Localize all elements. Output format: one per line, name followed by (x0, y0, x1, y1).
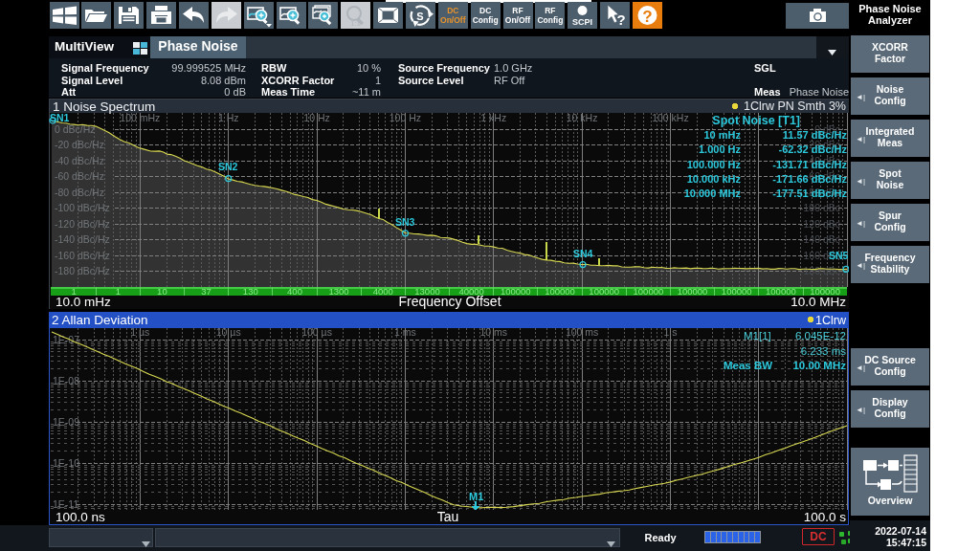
svg-text:-131.71 dBc/Hz: -131.71 dBc/Hz (772, 159, 847, 170)
svg-text:4000: 4000 (373, 286, 393, 297)
svg-text:SCPI: SCPI (572, 17, 592, 27)
svg-text:37: 37 (201, 286, 212, 297)
svg-text:130: 130 (243, 286, 258, 297)
svg-text:1 s: 1 s (663, 326, 677, 338)
svg-text:Meas BW: Meas BW (724, 360, 772, 371)
svg-text:1 µs: 1 µs (130, 326, 149, 338)
svg-text:10 ms: 10 ms (479, 326, 507, 338)
svg-text:100.0 s: 100.0 s (804, 510, 847, 524)
svg-text:1E-09: 1E-09 (53, 416, 79, 428)
svg-text:100000: 100000 (545, 286, 575, 297)
svg-text:1300: 1300 (329, 286, 349, 297)
svg-text:SN1: SN1 (50, 112, 70, 123)
svg-text:SN4: SN4 (573, 248, 593, 259)
svg-text:SN2: SN2 (218, 161, 238, 172)
svg-text:M1[1]: M1[1] (744, 330, 771, 342)
svg-text:-171.66 dBc/Hz: -171.66 dBc/Hz (772, 173, 847, 185)
svg-text:1 Hz: 1 Hz (218, 112, 239, 123)
svg-text:-60 dBc/Hz: -60 dBc/Hz (55, 170, 104, 182)
svg-text:10.000 MHz: 10.000 MHz (684, 187, 742, 199)
svg-text:10 kHz: 10 kHz (567, 112, 598, 123)
svg-text:100 kHz: 100 kHz (652, 112, 689, 123)
svg-text:-140 dBc/Hz: -140 dBc/Hz (55, 233, 110, 245)
svg-text:100.000 Hz: 100.000 Hz (687, 159, 742, 170)
svg-text:?: ? (642, 8, 652, 26)
svg-text:100.0 ns: 100.0 ns (56, 510, 105, 524)
svg-text:10.0 mHz: 10.0 mHz (56, 295, 111, 309)
svg-text:1: 1 (116, 286, 121, 297)
svg-text:SN3: SN3 (395, 216, 415, 228)
svg-text:100 mHz: 100 mHz (120, 112, 160, 123)
svg-text:-80 dBc/Hz: -80 dBc/Hz (55, 187, 104, 198)
svg-text:-20 dBc/Hz: -20 dBc/Hz (55, 139, 104, 150)
svg-text:10 µs: 10 µs (216, 326, 241, 338)
svg-text:100000: 100000 (722, 286, 752, 297)
svg-text:-180 dBc: -180 dBc (800, 265, 840, 276)
svg-text:M1: M1 (469, 491, 483, 502)
svg-text:-62.32 dBc/Hz: -62.32 dBc/Hz (778, 143, 847, 155)
svg-text:-140 dBc: -140 dBc (800, 233, 840, 245)
svg-text:100000: 100000 (589, 286, 619, 297)
svg-text:1E-08: 1E-08 (53, 375, 79, 386)
svg-text:10 Hz: 10 Hz (303, 112, 329, 123)
svg-text:400: 400 (287, 286, 302, 297)
svg-text:-160 dBc/Hz: -160 dBc/Hz (55, 250, 110, 261)
svg-text:-100 dBc: -100 dBc (800, 202, 840, 213)
svg-text:1.000 Hz: 1.000 Hz (699, 143, 742, 155)
svg-text:1E-10: 1E-10 (53, 457, 79, 469)
svg-text:1E-11: 1E-11 (53, 498, 78, 510)
svg-text:Tau: Tau (437, 509, 459, 524)
svg-text:10.00 MHz: 10.00 MHz (792, 360, 846, 371)
svg-text:-180 dBc/Hz: -180 dBc/Hz (55, 265, 110, 276)
svg-text:11.57 dBc/Hz: 11.57 dBc/Hz (783, 129, 848, 141)
svg-text:1 kHz: 1 kHz (480, 112, 506, 123)
svg-text:100 µs: 100 µs (301, 326, 332, 338)
svg-text:6.045E-12: 6.045E-12 (795, 330, 846, 342)
svg-text:10 mHz: 10 mHz (703, 129, 741, 141)
svg-text:1Clrw PN Smth 3%: 1Clrw PN Smth 3% (744, 99, 846, 113)
svg-text:100 ms: 100 ms (566, 326, 598, 338)
svg-text:100000: 100000 (501, 286, 531, 297)
svg-text:1 ms: 1 ms (394, 326, 416, 338)
svg-text:?: ? (617, 11, 626, 28)
svg-text:-100 dBc/Hz: -100 dBc/Hz (55, 202, 110, 213)
svg-text:1E-07: 1E-07 (53, 334, 79, 345)
svg-text:1Clrw: 1Clrw (815, 314, 847, 327)
svg-text:SN5: SN5 (829, 250, 849, 261)
svg-text:-177.51 dBc/Hz: -177.51 dBc/Hz (772, 187, 847, 199)
svg-text:S: S (416, 11, 423, 22)
svg-text:Frequency Offset: Frequency Offset (398, 294, 501, 309)
svg-text:6.233 ms: 6.233 ms (801, 345, 847, 357)
svg-text:-120 dBc/Hz: -120 dBc/Hz (55, 218, 110, 230)
svg-text:10: 10 (157, 286, 167, 297)
svg-text:-40 dBc/Hz: -40 dBc/Hz (55, 155, 104, 166)
svg-text:10.000 kHz: 10.000 kHz (687, 173, 742, 185)
svg-text:100000: 100000 (678, 286, 708, 297)
svg-text:10.0 MHz: 10.0 MHz (791, 295, 846, 309)
svg-text:Spot Noise [T1]: Spot Noise [T1] (712, 114, 800, 127)
svg-text:100000: 100000 (634, 286, 664, 297)
svg-text:2 Allan Deviation: 2 Allan Deviation (52, 313, 148, 327)
svg-text:-120 dBc: -120 dBc (800, 218, 840, 230)
svg-text:100 Hz: 100 Hz (390, 112, 421, 123)
svg-text:1:1: 1:1 (350, 19, 362, 28)
